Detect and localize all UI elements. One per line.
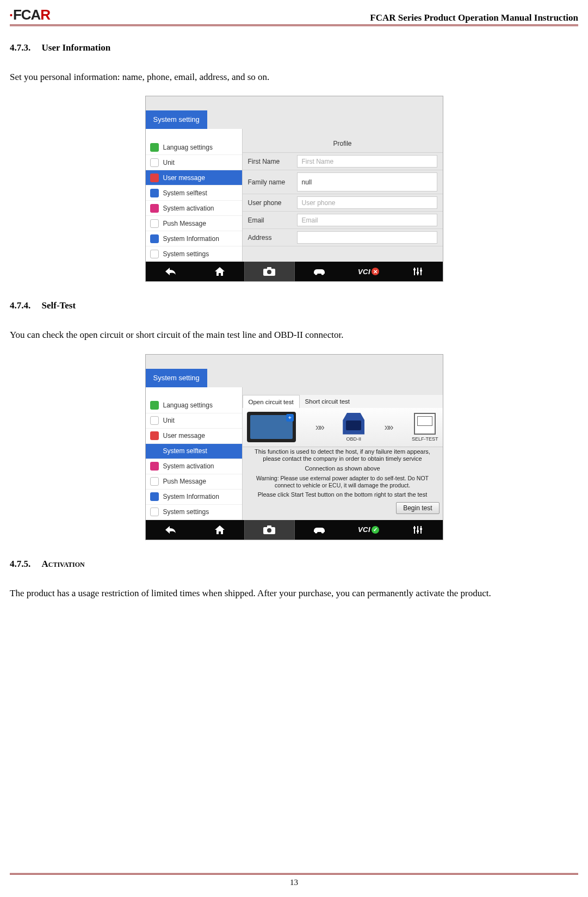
- sidebar-item-system-activation[interactable]: System activation: [146, 201, 242, 216]
- sidebar-icon: [150, 462, 159, 471]
- sidebar-item-label: User message: [163, 432, 205, 440]
- logo: •FCAR: [10, 7, 50, 23]
- sidebar-item-system-settings[interactable]: System settings: [146, 505, 242, 520]
- settings-sidebar: Languag settingsUnitUser messageSystem s…: [146, 129, 243, 262]
- svg-point-4: [321, 273, 324, 275]
- svg-point-15: [321, 530, 324, 533]
- sidebar-icon: [150, 204, 159, 213]
- tab-system-setting[interactable]: System setting: [146, 369, 207, 387]
- svg-rect-10: [420, 270, 422, 271]
- sidebar-item-system-selftest[interactable]: System selftest: [146, 185, 242, 201]
- sidebar-item-label: User message: [163, 174, 205, 182]
- tab-open-circuit[interactable]: Open circuit test: [243, 395, 300, 408]
- sidebar-item-label: System selftest: [163, 447, 207, 455]
- nav-camera-button[interactable]: [244, 262, 295, 281]
- svg-rect-1: [267, 267, 271, 269]
- body-474: You can check the open circuit or short …: [10, 326, 578, 344]
- user-phone-input[interactable]: User phone: [297, 196, 437, 209]
- family-name-input[interactable]: null: [297, 172, 437, 191]
- nav-sliders-button[interactable]: [393, 520, 443, 540]
- sidebar-item-label: Push Message: [163, 220, 206, 227]
- sidebar-icon: [150, 401, 159, 410]
- sidebar-icon: [150, 416, 159, 425]
- arrow-icon: »»: [315, 422, 323, 433]
- nav-sliders-button[interactable]: [393, 262, 443, 281]
- nav-vci-status[interactable]: VCI✕: [344, 262, 393, 281]
- sidebar-icon: [150, 234, 159, 243]
- sidebar-item-user-message[interactable]: User message: [146, 170, 242, 185]
- sidebar-item-system-activation[interactable]: System activation: [146, 459, 242, 474]
- sidebar-item-system-information[interactable]: System Information: [146, 490, 242, 505]
- sidebar-item-unit[interactable]: Unit: [146, 155, 242, 170]
- selftest-text-3: Warning: Please use external power adapt…: [243, 474, 443, 490]
- sidebar-item-languag-settings[interactable]: Languag settings: [146, 398, 242, 413]
- sidebar-item-languag-settings[interactable]: Languag settings: [146, 140, 242, 155]
- nav-back-button[interactable]: [146, 520, 195, 540]
- heading-475: 4.7.5. Activation: [10, 559, 578, 570]
- tab-short-circuit[interactable]: Short circuit test: [300, 395, 355, 408]
- sidebar-icon: [150, 158, 159, 167]
- nav-home-button[interactable]: [195, 262, 244, 281]
- sidebar-item-label: Unit: [163, 159, 175, 166]
- profile-row-family-name: Family namenull: [243, 170, 443, 194]
- field-label: User phone: [243, 194, 297, 211]
- svg-rect-12: [267, 525, 271, 528]
- bottom-nav: VCI✕: [146, 262, 443, 281]
- nav-home-button[interactable]: [195, 520, 244, 540]
- selftest-text-4: Please click Start Test button on the bo…: [243, 490, 443, 500]
- obd-label: OBD-II: [346, 436, 361, 442]
- profile-row-email: EmailEmail: [243, 212, 443, 229]
- profile-row-first-name: First NameFirst Name: [243, 153, 443, 170]
- svg-point-3: [314, 273, 317, 275]
- selftest-text-2: Connection as shown above: [243, 464, 443, 474]
- sidebar-item-system-settings[interactable]: System settings: [146, 246, 242, 262]
- page-header: •FCAR FCAR Series Product Operation Manu…: [10, 7, 578, 26]
- address-input[interactable]: [297, 231, 437, 244]
- bluetooth-icon: ⌖: [286, 414, 294, 422]
- sidebar-icon: [150, 189, 159, 197]
- profile-row-user-phone: User phoneUser phone: [243, 194, 443, 212]
- heading-number: 4.7.5.: [10, 559, 30, 570]
- sidebar-icon: [150, 174, 159, 182]
- sidebar-icon: [150, 219, 159, 228]
- field-label: Email: [243, 212, 297, 228]
- vci-status-icon: ✕: [372, 268, 379, 275]
- svg-rect-21: [420, 528, 422, 530]
- tab-bar: System setting: [146, 369, 443, 387]
- sidebar-item-system-selftest[interactable]: System selftest: [146, 444, 242, 459]
- profile-row-address: Address: [243, 229, 443, 246]
- field-label: First Name: [243, 153, 297, 170]
- settings-sidebar: Languag settingsUnitUser messageSystem s…: [146, 387, 243, 520]
- sidebar-icon: [150, 492, 159, 501]
- sidebar-item-system-information[interactable]: System Information: [146, 231, 242, 246]
- selftest-text-1: This function is used to detect the host…: [243, 447, 443, 465]
- tab-bar: System setting: [146, 110, 443, 129]
- screenshot-selftest: System setting Languag settingsUnitUser …: [145, 354, 443, 540]
- sidebar-item-label: System activation: [163, 205, 214, 212]
- nav-car-button[interactable]: [295, 262, 344, 281]
- sidebar-item-push-message[interactable]: Push Message: [146, 216, 242, 231]
- begin-test-button[interactable]: Begin test: [396, 502, 439, 514]
- first-name-input[interactable]: First Name: [297, 155, 437, 168]
- selftest-tab-strip: Open circuit test Short circuit test: [243, 395, 443, 408]
- nav-back-button[interactable]: [146, 262, 195, 281]
- nav-vci-status[interactable]: VCI✓: [344, 520, 393, 540]
- sidebar-item-unit[interactable]: Unit: [146, 413, 242, 429]
- heading-title: Activation: [42, 559, 85, 569]
- sidebar-item-label: System activation: [163, 462, 214, 470]
- sidebar-item-user-message[interactable]: User message: [146, 429, 242, 444]
- sidebar-item-label: Languag settings: [163, 401, 213, 409]
- nav-car-button[interactable]: [295, 520, 344, 540]
- doc-title: FCAR Series Product Operation Manual Ins…: [370, 13, 578, 23]
- email-input[interactable]: Email: [297, 214, 437, 226]
- sidebar-item-label: Languag settings: [163, 144, 213, 151]
- selftest-connector-icon: SELF-TEST: [412, 413, 438, 442]
- sidebar-item-push-message[interactable]: Push Message: [146, 474, 242, 490]
- sidebar-icon: [150, 143, 159, 152]
- page-number: 13: [290, 878, 298, 887]
- sidebar-item-label: System settings: [163, 508, 209, 516]
- tab-system-setting[interactable]: System setting: [146, 110, 207, 129]
- svg-rect-8: [413, 269, 416, 270]
- nav-camera-button[interactable]: [244, 520, 295, 540]
- heading-title: User Information: [42, 42, 111, 53]
